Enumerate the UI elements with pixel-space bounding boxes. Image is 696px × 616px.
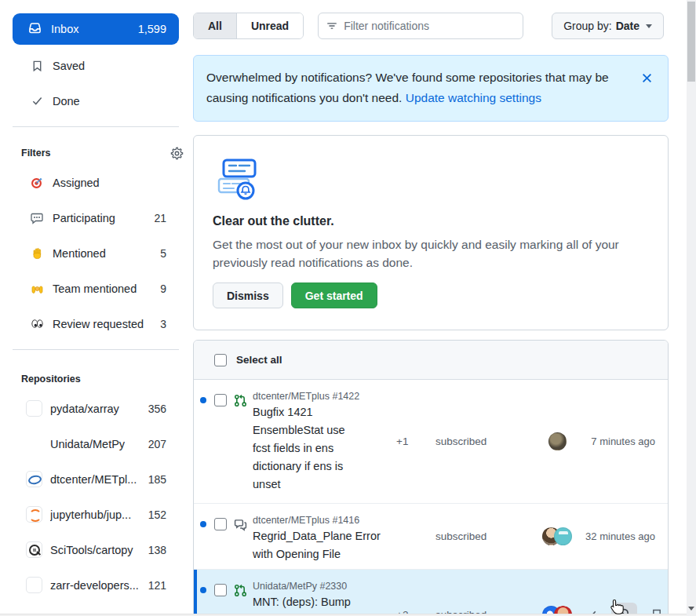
pull-request-icon: [234, 584, 247, 616]
repo-avatar: [26, 506, 42, 523]
gear-icon[interactable]: [170, 147, 184, 160]
card-title: Clear out the clutter.: [213, 214, 649, 228]
filter-count: 5: [160, 247, 166, 260]
inbox-count: 1,599: [138, 23, 166, 35]
chevron-down-icon: [646, 24, 652, 28]
sidebar-item-saved[interactable]: Saved: [0, 48, 193, 83]
notification-title: MNT: (deps): Bump pytest from 6.2.5 to: [253, 593, 372, 616]
repo-avatar: [26, 471, 42, 487]
scrollbar-down-arrow[interactable]: [687, 603, 696, 614]
row-checkbox[interactable]: [214, 394, 227, 406]
watching-settings-banner: Overwhelmed by notifications? We've foun…: [193, 55, 669, 122]
check-icon: [30, 95, 44, 107]
repo-count: 207: [148, 438, 166, 450]
subscription-status: subscribed: [435, 530, 508, 542]
sidebar-repo-zarr-developers[interactable]: zarr-developers... 121: [0, 567, 193, 603]
unread-dot: [200, 521, 206, 527]
card-body: Get the most out of your new inbox by qu…: [213, 235, 649, 272]
repo-count: 138: [148, 544, 166, 556]
dismiss-button[interactable]: Dismiss: [213, 282, 283, 308]
filter-item-participating[interactable]: Participating 21: [0, 200, 193, 235]
close-icon[interactable]: [639, 67, 655, 85]
tab-all[interactable]: All: [194, 13, 237, 38]
target-icon: [30, 177, 44, 189]
sidebar-divider: [13, 349, 179, 350]
bookmark-icon: [30, 60, 44, 72]
speech-bubble-icon: [30, 212, 44, 224]
filter-count: 9: [160, 282, 166, 295]
search-input[interactable]: [344, 20, 515, 32]
notification-row[interactable]: dtcenter/METplus #1422 Bugfix 1421 Ensem…: [194, 380, 668, 504]
sidebar-repo-scitools-cartopy[interactable]: SciTools/cartopy 138: [0, 532, 193, 567]
repo-avatar: [26, 541, 42, 558]
filter-label: Review requested: [53, 318, 144, 330]
notification-repo: Unidata/MetPy #2330: [253, 581, 372, 592]
select-all-checkbox[interactable]: [214, 354, 227, 366]
row-checkbox[interactable]: [214, 518, 227, 530]
extra-reviewers-count: +1: [396, 436, 428, 447]
notification-row[interactable]: dtcenter/METplus #1416 Regrid_Data_Plane…: [194, 504, 668, 570]
repositories-section-title: Repositories: [21, 374, 81, 385]
saved-label: Saved: [53, 60, 85, 72]
notification-title: Regrid_Data_Plane Error with Opening Fil…: [253, 527, 410, 563]
repo-avatar: [26, 400, 42, 417]
sidebar-repo-pydata-xarray[interactable]: pydata/xarray 356: [0, 391, 193, 426]
repo-label: jupyterhub/jup...: [50, 508, 131, 521]
scrollbar-thumb[interactable]: [687, 2, 695, 82]
filter-label: Mentioned: [53, 247, 106, 260]
group-by-dropdown[interactable]: Group by: Date: [552, 13, 664, 39]
tab-unread[interactable]: Unread: [237, 13, 303, 38]
raising-hands-icon: [30, 282, 44, 295]
discussion-icon: [234, 518, 247, 569]
repo-label: SciTools/cartopy: [50, 544, 133, 556]
notification-repo: dtcenter/METplus #1422: [253, 391, 372, 402]
sidebar-repo-dtcenter-metplus[interactable]: dtcenter/METpl... 185: [0, 461, 193, 497]
repo-label: dtcenter/METpl...: [50, 473, 137, 486]
notification-title: Bugfix 1421 EnsembleStat use fcst fields…: [253, 403, 372, 494]
group-by-prefix: Group by:: [563, 20, 611, 32]
notification-time: 7 minutes ago: [580, 436, 668, 447]
read-filter-segmented-control: All Unread: [193, 13, 304, 39]
repo-count: 121: [148, 579, 166, 592]
repo-avatar: [26, 436, 42, 452]
toolbar: All Unread Group by: Date: [193, 13, 669, 39]
sidebar-item-done[interactable]: Done: [0, 83, 193, 118]
pull-request-icon: [234, 394, 247, 503]
sidebar: Inbox 1,599 Saved Done Filters: [0, 0, 193, 603]
avatar: [548, 432, 567, 450]
filter-item-assigned[interactable]: Assigned: [0, 165, 193, 200]
vertical-scrollbar[interactable]: [687, 0, 696, 616]
sidebar-repo-unidata-metpy[interactable]: Unidata/MetPy 207: [0, 426, 193, 461]
filter-lines-icon: [326, 20, 337, 31]
avatar: [554, 527, 572, 545]
subscription-status: subscribed: [435, 436, 508, 447]
sidebar-repo-jupyterhub[interactable]: jupyterhub/jup... 152: [0, 497, 193, 532]
notification-repo: dtcenter/METplus #1416: [253, 515, 410, 526]
notifications-list: Select all dtcenter/METplus #1422 Bugfix…: [193, 340, 669, 616]
clear-clutter-card: Clear out the clutter. Get the most out …: [193, 135, 669, 330]
inbox-label: Inbox: [51, 23, 78, 35]
notifications-page: Inbox 1,599 Saved Done Filters: [0, 0, 696, 616]
sidebar-item-inbox[interactable]: Inbox 1,599: [13, 13, 179, 45]
filter-item-mentioned[interactable]: Mentioned 5: [0, 235, 193, 271]
filter-item-team-mentioned[interactable]: Team mentioned 9: [0, 271, 193, 306]
notification-time: 32 minutes ago: [580, 530, 668, 542]
filter-count: 3: [160, 318, 166, 330]
row-checkbox[interactable]: [214, 584, 227, 596]
filters-section-title: Filters: [21, 148, 51, 159]
filter-notifications-field[interactable]: [318, 13, 523, 39]
filter-count: 21: [154, 212, 166, 224]
eyes-icon: [30, 318, 44, 330]
filter-label: Participating: [53, 212, 115, 224]
select-all-label[interactable]: Select all: [236, 354, 282, 366]
main-panel: All Unread Group by: Date Overwhelmed by…: [193, 0, 669, 616]
repo-count: 185: [148, 473, 166, 486]
update-watching-settings-link[interactable]: Update watching settings: [406, 91, 541, 104]
filter-label: Team mentioned: [53, 282, 137, 295]
done-label: Done: [53, 95, 80, 108]
filter-item-review-requested[interactable]: Review requested 3: [0, 306, 193, 341]
notification-row-selected[interactable]: Unidata/MetPy #2330 MNT: (deps): Bump py…: [194, 570, 668, 616]
get-started-button[interactable]: Get started: [291, 282, 377, 308]
inbox-icon: [28, 21, 42, 38]
list-header: Select all: [194, 341, 668, 380]
